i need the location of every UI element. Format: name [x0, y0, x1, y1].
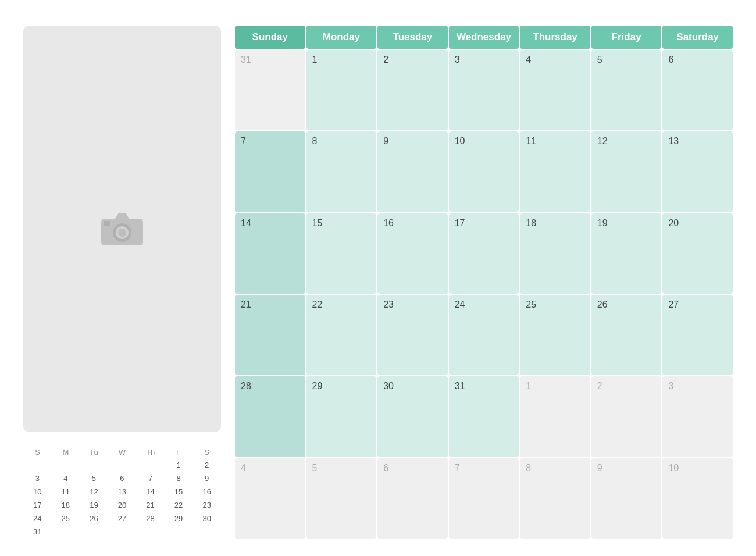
calendar-day-cell: 12: [591, 131, 662, 212]
mini-week-row: 12: [23, 458, 221, 472]
main-calendar-grid: Sunday Monday Tuesday Wednesday Thursday…: [235, 26, 733, 539]
mini-day-cell: 20: [108, 498, 137, 512]
mini-day-cell: [136, 458, 165, 472]
mini-day-cell: 7: [136, 472, 165, 485]
calendar-day-cell: 7: [449, 458, 519, 539]
mini-day-cell: 25: [52, 512, 80, 525]
calendar-day-cell: 26: [591, 295, 662, 375]
day-number: 21: [241, 300, 299, 310]
calendar-day-cell: 11: [520, 131, 590, 212]
mini-day-cell: 24: [23, 512, 52, 525]
mini-week-row: 31: [23, 525, 221, 539]
day-number: 9: [597, 463, 656, 473]
mini-week-row: 3456789: [23, 472, 221, 485]
day-number: 2: [383, 55, 442, 65]
mini-day-header: Tu: [80, 446, 108, 458]
mini-day-cell: 1: [165, 458, 193, 472]
mini-day-cell: 17: [23, 498, 52, 512]
day-number: 3: [455, 55, 513, 65]
mini-day-cell: 23: [192, 498, 221, 512]
day-number: 9: [383, 136, 442, 147]
mini-day-cell: 10: [23, 485, 52, 498]
day-number: 8: [526, 463, 584, 473]
calendar-day-cell: 29: [306, 376, 377, 457]
mini-week-row: 17181920212223: [23, 498, 221, 512]
mini-day-cell: 30: [192, 512, 221, 525]
mini-day-cell: 29: [165, 512, 193, 525]
header-thursday: Thursday: [520, 26, 590, 49]
mini-day-cell: 14: [136, 485, 165, 498]
calendar-day-cell: 20: [662, 213, 733, 294]
calendar-week-row: 78910111213: [235, 131, 733, 212]
calendar-day-cell: 18: [520, 213, 590, 294]
day-number: 4: [241, 463, 299, 473]
calendar-header-row: Sunday Monday Tuesday Wednesday Thursday…: [235, 26, 733, 49]
mini-calendar: SMTuWThFS 123456789101112131415161718192…: [23, 441, 221, 539]
calendar-day-cell: 24: [449, 295, 519, 375]
day-number: 2: [597, 381, 656, 391]
mini-day-header: W: [108, 446, 137, 458]
calendar-day-cell: 31: [235, 50, 305, 130]
calendar-week-row: 14151617181920: [235, 213, 733, 294]
svg-rect-4: [104, 221, 110, 226]
header-wednesday: Wednesday: [449, 26, 519, 49]
calendar-day-cell: 25: [520, 295, 590, 375]
calendar-week-row: 28293031123: [235, 376, 733, 457]
day-number: 6: [668, 55, 727, 65]
header-monday: Monday: [306, 26, 377, 49]
day-number: 7: [241, 136, 299, 147]
day-number: 17: [455, 218, 513, 229]
day-number: 19: [597, 218, 656, 229]
mini-day-cell: [23, 458, 52, 472]
calendar-day-cell: 1: [520, 376, 590, 457]
mini-day-cell: [192, 525, 221, 539]
mini-day-cell: [52, 525, 80, 539]
calendar-body: 3112345678910111213141516171819202122232…: [235, 50, 733, 539]
day-number: 5: [597, 55, 656, 65]
calendar-day-cell: 8: [306, 131, 377, 212]
main-content: SMTuWThFS 123456789101112131415161718192…: [23, 26, 733, 539]
day-number: 8: [312, 136, 371, 147]
day-number: 5: [312, 463, 371, 473]
day-number: 24: [455, 300, 513, 310]
mini-day-header: S: [23, 446, 52, 458]
day-number: 29: [312, 381, 371, 391]
photo-placeholder: [23, 26, 221, 432]
mini-cal-header-row: SMTuWThFS: [23, 446, 221, 458]
calendar-day-cell: 5: [591, 50, 662, 130]
calendar-day-cell: 3: [449, 50, 519, 130]
calendar-day-cell: 16: [377, 213, 448, 294]
calendar-day-cell: 1: [306, 50, 377, 130]
header-saturday: Saturday: [662, 26, 733, 49]
day-number: 4: [526, 55, 584, 65]
mini-day-cell: 22: [165, 498, 193, 512]
day-number: 10: [455, 136, 513, 147]
header-sunday: Sunday: [235, 26, 305, 49]
calendar-day-cell: 27: [662, 295, 733, 375]
day-number: 27: [668, 300, 727, 310]
mini-day-cell: 3: [23, 472, 52, 485]
day-number: 16: [383, 218, 442, 229]
calendar-day-cell: 6: [377, 458, 448, 539]
calendar-day-cell: 10: [662, 458, 733, 539]
mini-day-cell: [165, 525, 193, 539]
day-number: 15: [312, 218, 371, 229]
calendar-day-cell: 10: [449, 131, 519, 212]
calendar-day-cell: 5: [306, 458, 377, 539]
mini-day-cell: 28: [136, 512, 165, 525]
day-number: 25: [526, 300, 584, 310]
calendar-day-cell: 22: [306, 295, 377, 375]
mini-day-header: S: [192, 446, 221, 458]
svg-point-3: [118, 229, 126, 237]
calendar-week-row: 45678910: [235, 458, 733, 539]
mini-day-cell: [80, 458, 108, 472]
mini-day-cell: 12: [80, 485, 108, 498]
mini-day-cell: [136, 525, 165, 539]
calendar-day-cell: 2: [377, 50, 448, 130]
header-friday: Friday: [591, 26, 662, 49]
calendar-day-cell: 13: [662, 131, 733, 212]
calendar-day-cell: 21: [235, 295, 305, 375]
mini-day-cell: 31: [23, 525, 52, 539]
day-number: 31: [241, 55, 299, 65]
mini-cal-tbody: 1234567891011121314151617181920212223242…: [23, 458, 221, 539]
